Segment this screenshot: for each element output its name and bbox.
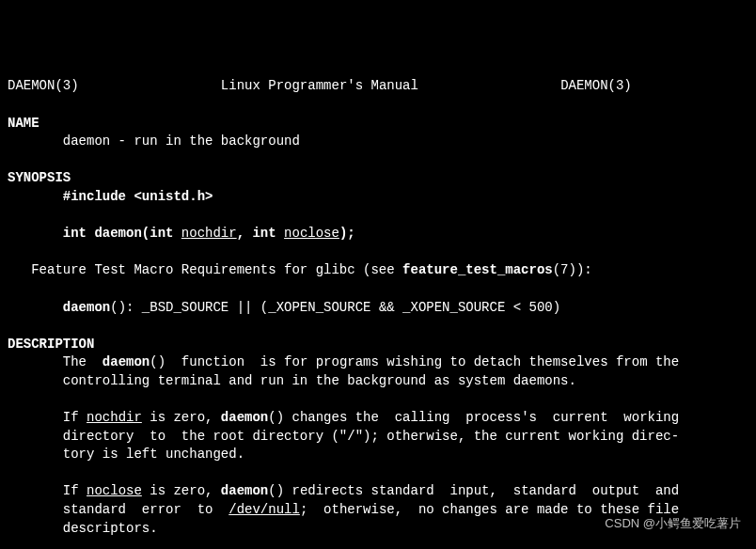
desc-arg: nochdir [87, 410, 142, 425]
ftm2-pre [8, 300, 63, 315]
desc-text: If [63, 483, 87, 498]
include-post: > [205, 189, 213, 204]
desc-text: tory is left unchanged. [63, 447, 244, 462]
desc-bold: daemon [102, 354, 150, 369]
desc-text: The [63, 354, 102, 369]
desc-bold: daemon [221, 410, 268, 425]
desc-text: () redirects standard input, standard ou… [268, 483, 679, 498]
header-left: DAEMON(3) [8, 78, 79, 93]
desc-bold: daemon [221, 483, 268, 498]
sig-part: ); [339, 226, 355, 241]
desc-text: () changes the calling process's current… [268, 410, 679, 425]
watermark: CSDN @小鳄鱼爱吃薯片 [605, 515, 741, 532]
desc-text: descriptors. [63, 521, 158, 536]
arg-nochdir: nochdir [181, 226, 237, 241]
desc-text: If [63, 410, 87, 425]
sig-part: int daemon(int [63, 226, 181, 241]
desc-arg: noclose [87, 483, 142, 498]
header-right: DAEMON(3) [560, 78, 632, 93]
desc-text: is zero, [142, 483, 221, 498]
header-center: Linux Programmer's Manual [221, 78, 418, 93]
desc-text: controlling terminal and run in the back… [63, 373, 576, 388]
desc-text: directory to the root directory ("/"); o… [63, 429, 679, 444]
ftm-post: (7)): [553, 262, 592, 277]
desc-text: standard error to [63, 502, 228, 517]
ftm-pre: Feature Test Macro Requirements for glib… [8, 262, 402, 277]
section-description: DESCRIPTION [8, 337, 94, 352]
arg-noclose: noclose [284, 226, 339, 241]
desc-text: is zero, [142, 410, 221, 425]
include-pre: #include < [63, 189, 142, 204]
name-line: daemon - run in the background [63, 133, 300, 149]
desc-text: () function is for programs wishing to d… [150, 354, 679, 369]
sig-part: , int [237, 226, 284, 241]
include-header: unistd.h [142, 189, 205, 204]
desc-path: /dev/null [228, 502, 300, 517]
section-synopsis: SYNOPSIS [8, 170, 71, 185]
ftm2-bold: daemon [63, 300, 110, 315]
ftm2-post: (): _BSD_SOURCE || (_XOPEN_SOURCE && _XO… [110, 300, 560, 315]
manpage-body: DAEMON(3) Linux Programmer's Manual DAEM… [8, 77, 748, 549]
section-name: NAME [8, 116, 39, 131]
ftm-bold: feature_test_macros [402, 262, 553, 277]
